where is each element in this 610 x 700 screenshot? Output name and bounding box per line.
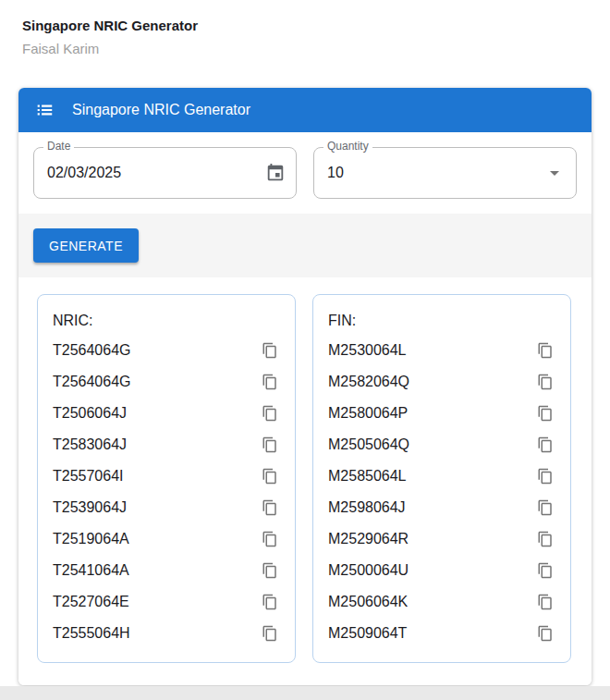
copy-icon[interactable] (260, 403, 280, 424)
fin-row: M2505064Q (328, 429, 555, 461)
bottom-strip (0, 686, 610, 700)
copy-icon[interactable] (535, 623, 555, 644)
nric-value: T2564064G (53, 342, 131, 359)
copy-icon[interactable] (260, 623, 280, 644)
fin-value: M2582064Q (328, 374, 409, 390)
page-subtitle: Faisal Karim (22, 40, 588, 58)
nric-row: T2557064I (53, 461, 280, 492)
fin-value: M2529064R (328, 531, 409, 547)
nric-row: T2527064E (53, 586, 280, 618)
list-icon (34, 100, 55, 120)
quantity-field-value[interactable]: 10 (327, 165, 344, 181)
nric-row: T2564064G (53, 335, 280, 366)
nric-value: T2527064E (53, 594, 129, 610)
fin-heading: FIN: (328, 306, 555, 335)
nric-row: T2541064A (53, 555, 280, 586)
copy-icon[interactable] (535, 560, 555, 581)
fin-row: M2529064R (328, 523, 555, 555)
nric-row: T2506064J (53, 398, 280, 429)
nric-value: T2506064J (53, 405, 127, 422)
chevron-down-icon[interactable] (543, 162, 566, 184)
copy-icon[interactable] (260, 466, 280, 486)
date-field-value[interactable]: 02/03/2025 (47, 165, 121, 181)
card-header: Singapore NRIC Generator (18, 88, 592, 132)
nric-value: T2555064H (53, 625, 130, 642)
copy-icon[interactable] (535, 372, 555, 392)
nric-row: T2519064A (53, 523, 280, 555)
fin-value: M2500064U (328, 562, 409, 579)
fin-value: M2505064Q (328, 436, 409, 453)
fin-row: M2598064J (328, 492, 555, 523)
nric-row: T2583064J (53, 429, 280, 461)
fin-row: M2506064K (328, 586, 555, 618)
fin-value: M2509064T (328, 625, 407, 642)
fin-list: M2530064L M2582064Q (328, 335, 555, 649)
nric-value: T2583064J (53, 436, 127, 453)
copy-icon[interactable] (535, 497, 555, 518)
copy-icon[interactable] (260, 497, 280, 518)
fin-value: M2585064L (328, 468, 407, 485)
nric-value: T2564064G (53, 374, 131, 390)
fin-value: M2506064K (328, 594, 408, 610)
copy-icon[interactable] (260, 435, 280, 455)
action-band: GENERATE (18, 214, 592, 277)
nric-list: T2564064G T2564064G (53, 335, 280, 649)
fin-panel: FIN: M2530064L M2582064Q (312, 294, 571, 663)
nric-generator-card: Singapore NRIC Generator Date 02/03/2025… (18, 88, 592, 685)
copy-icon[interactable] (535, 435, 555, 455)
date-field-label: Date (43, 140, 74, 153)
fin-row: M2509064T (328, 618, 555, 649)
date-field[interactable]: Date 02/03/2025 (33, 147, 297, 199)
results-row: NRIC: T2564064G T2564064G (18, 277, 592, 685)
quantity-field-label: Quantity (323, 140, 372, 153)
nric-row: T2555064H (53, 618, 280, 649)
copy-icon[interactable] (260, 529, 280, 549)
copy-icon[interactable] (260, 340, 280, 361)
nric-value: T2541064A (53, 562, 129, 579)
copy-icon[interactable] (260, 560, 280, 581)
nric-heading: NRIC: (53, 306, 280, 335)
quantity-field[interactable]: Quantity 10 (313, 147, 577, 199)
generate-button[interactable]: GENERATE (33, 228, 139, 263)
copy-icon[interactable] (535, 340, 555, 361)
nric-value: T2557064I (53, 468, 124, 485)
copy-icon[interactable] (260, 372, 280, 392)
fin-row: M2580064P (328, 398, 555, 429)
copy-icon[interactable] (535, 403, 555, 424)
fin-row: M2585064L (328, 461, 555, 492)
nric-value: T2519064A (53, 531, 129, 547)
nric-row: T2564064G (53, 366, 280, 398)
form-row: Date 02/03/2025 Quantity 10 (18, 132, 592, 214)
nric-panel: NRIC: T2564064G T2564064G (37, 294, 296, 663)
card-header-title: Singapore NRIC Generator (72, 102, 250, 118)
fin-value: M2530064L (328, 342, 407, 359)
copy-icon[interactable] (260, 592, 280, 612)
calendar-icon[interactable] (265, 163, 286, 183)
copy-icon[interactable] (535, 466, 555, 486)
page-header: Singapore NRIC Generator Faisal Karim (0, 0, 610, 58)
copy-icon[interactable] (535, 592, 555, 612)
fin-row: M2582064Q (328, 366, 555, 398)
fin-row: M2500064U (328, 555, 555, 586)
copy-icon[interactable] (535, 529, 555, 549)
page-title: Singapore NRIC Generator (22, 17, 588, 35)
nric-value: T2539064J (53, 499, 127, 516)
nric-row: T2539064J (53, 492, 280, 523)
fin-value: M2598064J (328, 499, 406, 516)
fin-row: M2530064L (328, 335, 555, 366)
fin-value: M2580064P (328, 405, 408, 422)
